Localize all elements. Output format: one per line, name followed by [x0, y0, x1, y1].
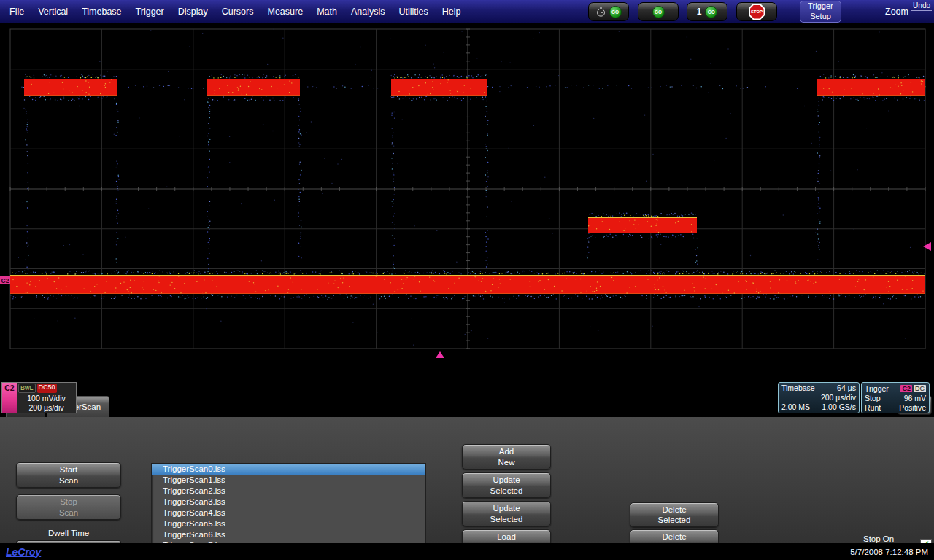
menu-bar-items: FileVerticalTimebaseTriggerDisplayCursor… [7, 0, 463, 23]
update-selected-button-2[interactable]: Update Selected [462, 501, 551, 526]
normal-trigger-button[interactable]: GO [638, 2, 679, 21]
svg-text:C2: C2 [1, 277, 9, 284]
trigger-type: Runt [865, 403, 881, 413]
menu-item-file[interactable]: File [7, 5, 26, 18]
trigger-setup-button[interactable]: Trigger Setup [800, 1, 841, 23]
menu-item-vertical[interactable]: Vertical [36, 5, 70, 18]
menu-bar: FileVerticalTimebaseTriggerDisplayCursor… [0, 0, 934, 23]
single-trigger-button[interactable]: 1 GO [687, 2, 727, 21]
go-icon: GO [705, 6, 717, 18]
stop-scan-button[interactable]: Stop Scan [16, 494, 121, 520]
menu-item-display[interactable]: Display [176, 5, 210, 18]
stop-sign-icon: STOP [749, 4, 765, 20]
delete-selected-button[interactable]: Delete Selected [630, 502, 719, 527]
trigger-polarity: Positive [899, 403, 926, 413]
go-icon: GO [652, 6, 665, 18]
trigger-descriptor[interactable]: Trigger C2DC Stop 96 mV Runt Positive [861, 382, 930, 413]
undo-button[interactable]: Undo [911, 1, 932, 11]
timebase-scale: 200 µs/div [821, 393, 856, 402]
list-item[interactable]: TriggerScan4.lss [152, 508, 425, 518]
channel-c2-color-strip: C2 [2, 383, 17, 413]
dialog-body: Start Scan Stop Scan Dwell Time 1.0 s Tr… [0, 417, 934, 543]
oscilloscope-screen: FileVerticalTimebaseTriggerDisplayCursor… [0, 0, 934, 560]
coupling-badge: DC50 [37, 384, 57, 393]
trigger-title: Trigger [865, 384, 889, 394]
list-item[interactable]: TriggerScan3.lss [152, 497, 425, 508]
menu-item-measure[interactable]: Measure [265, 5, 305, 18]
go-icon: GO [609, 6, 622, 18]
lecroy-logo[interactable]: LeCroy [6, 546, 41, 558]
menu-item-cursors[interactable]: Cursors [220, 5, 256, 18]
timebase-title: Timebase [781, 384, 815, 393]
menu-item-math[interactable]: Math [314, 5, 339, 18]
list-item[interactable]: TriggerScan1.lss [152, 475, 425, 486]
list-item[interactable]: TriggerScan6.lss [152, 529, 425, 540]
status-bar: LeCroy 5/7/2008 7:12:48 PM [0, 543, 934, 560]
timer-icon [596, 7, 606, 17]
trigger-level: 96 mV [904, 394, 926, 403]
add-new-button[interactable]: Add New [462, 444, 551, 470]
timebase-rate: 1.00 GS/s [822, 402, 856, 412]
start-scan-button[interactable]: Start Scan [16, 462, 121, 488]
menu-item-zoom[interactable]: Zoom [885, 7, 908, 17]
scope-canvas: C2 [0, 23, 934, 395]
update-selected-button-1[interactable]: Update Selected [462, 472, 551, 498]
menu-item-utilities[interactable]: Utilities [396, 5, 430, 18]
stop-trigger-button[interactable]: STOP [736, 2, 777, 21]
menu-item-analysis[interactable]: Analysis [349, 5, 387, 18]
channel-c2-hscale: 200 µs/div [18, 403, 74, 413]
menu-item-help[interactable]: Help [440, 5, 463, 18]
auto-trigger-button[interactable]: GO [588, 2, 629, 21]
timebase-samples: 2.00 MS [781, 402, 810, 412]
bandwidth-limit-badge: BwL [18, 384, 36, 393]
trigger-source-badge: C2 [900, 385, 912, 392]
timebase-descriptor[interactable]: Timebase -64 µs 200 µs/div 2.00 MS 1.00 … [778, 382, 860, 413]
channel-c2-descriptor[interactable]: C2 BwL DC50 100 mV/div 200 µs/div [1, 382, 77, 413]
channel-c2-label: C2 [4, 384, 14, 392]
single-count-label: 1 [697, 7, 702, 17]
datetime-label: 5/7/2008 7:12:48 PM [850, 548, 928, 556]
triggerscan-dialog: Trigger TriggerScan Close Start Scan Sto… [0, 394, 934, 543]
list-item[interactable]: TriggerScan2.lss [152, 486, 425, 497]
list-item[interactable]: TriggerScan0.lss [152, 464, 425, 475]
menu-item-trigger[interactable]: Trigger [134, 5, 166, 18]
trigger-coupling-badge: DC [914, 385, 926, 392]
waveform-display: C2 C2 BwL DC50 100 mV/div 200 µs/div Tim… [0, 23, 934, 395]
trigger-mode: Stop [865, 394, 881, 403]
menu-item-timebase[interactable]: Timebase [80, 5, 123, 18]
list-item[interactable]: TriggerScan5.lss [152, 518, 425, 529]
timebase-delay: -64 µs [835, 384, 856, 393]
channel-c2-vscale: 100 mV/div [18, 394, 74, 403]
dwell-time-label: Dwell Time [16, 529, 121, 537]
